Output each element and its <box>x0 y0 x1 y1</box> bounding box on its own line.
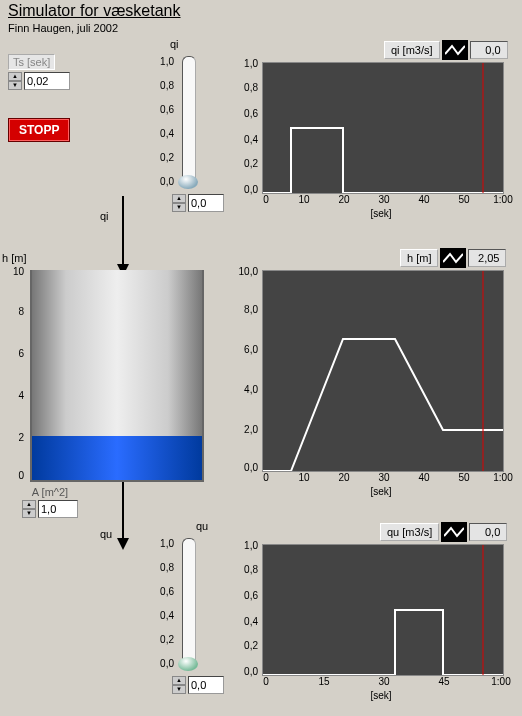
down-icon[interactable]: ▼ <box>22 509 36 518</box>
chart-qu <box>262 544 504 676</box>
chart-h-value: 2,05 <box>468 249 506 267</box>
xtick: 30 <box>374 194 394 205</box>
tick-label: 0,2 <box>150 152 174 176</box>
xtick: 20 <box>334 194 354 205</box>
ytick: 8,0 <box>228 304 258 315</box>
h-axis-label: h [m] <box>2 252 26 264</box>
qi-arrow-icon <box>115 196 131 276</box>
up-icon[interactable]: ▲ <box>172 194 186 203</box>
ts-input[interactable] <box>24 72 70 90</box>
chart-qu-label: qu [m3/s] <box>380 523 439 541</box>
a-label: A [m^2] <box>22 486 78 498</box>
ytick: 0,8 <box>232 82 258 93</box>
ts-control: Ts [sek] ▲ ▼ <box>8 54 82 90</box>
xtick: 30 <box>374 472 394 483</box>
xtick: 30 <box>374 676 394 687</box>
tick-label: 1,0 <box>150 538 174 562</box>
tank-liquid <box>32 436 202 480</box>
down-icon[interactable]: ▼ <box>8 81 22 90</box>
chart-qi-label: qi [m3/s] <box>384 41 440 59</box>
stop-button[interactable]: STOPP <box>8 118 70 142</box>
qu-slider[interactable] <box>182 538 196 670</box>
xtick: 20 <box>334 472 354 483</box>
ytick: 1,0 <box>232 540 258 551</box>
chart-qi <box>262 62 504 194</box>
xtick: 10 <box>294 472 314 483</box>
legend-line-icon <box>440 248 466 268</box>
tick-label: 0,0 <box>150 658 174 682</box>
tick-label: 0,0 <box>150 176 174 200</box>
xtick: 1:00 <box>488 194 518 205</box>
qu-slider-label: qu <box>196 520 208 532</box>
qu-input[interactable] <box>188 676 224 694</box>
xtick: 0 <box>256 472 276 483</box>
ytick: 0,2 <box>232 640 258 651</box>
page-subtitle: Finn Haugen, juli 2002 <box>8 22 118 34</box>
xtick: 50 <box>454 194 474 205</box>
qu-slider-knob[interactable] <box>178 657 198 671</box>
xtick: 0 <box>256 194 276 205</box>
ytick: 0,8 <box>232 564 258 575</box>
xtick: 45 <box>434 676 454 687</box>
tick-label: 0,4 <box>150 610 174 634</box>
tank-tick: 2 <box>18 432 24 443</box>
tank-tick: 4 <box>18 390 24 401</box>
xtick: 1:00 <box>486 676 516 687</box>
xlabel: [sek] <box>356 208 406 219</box>
page-title: Simulator for væsketank <box>8 2 181 20</box>
ytick: 0,4 <box>232 134 258 145</box>
tick-label: 1,0 <box>150 56 174 80</box>
legend-line-icon <box>442 40 468 60</box>
xtick: 40 <box>414 472 434 483</box>
qi-input[interactable] <box>188 194 224 212</box>
ytick: 2,0 <box>228 424 258 435</box>
tick-label: 0,6 <box>150 586 174 610</box>
qu-arrow-label: qu <box>100 528 112 540</box>
ytick: 0,2 <box>232 158 258 169</box>
tank-tick: 0 <box>18 470 24 481</box>
down-icon[interactable]: ▼ <box>172 203 186 212</box>
qu-spinner-buttons[interactable]: ▲ ▼ <box>172 676 186 694</box>
tank-tick: 10 <box>13 266 24 277</box>
xtick: 40 <box>414 194 434 205</box>
ytick: 0,0 <box>232 666 258 677</box>
tick-label: 0,8 <box>150 562 174 586</box>
ts-spinner-buttons[interactable]: ▲ ▼ <box>8 72 22 90</box>
xtick: 50 <box>454 472 474 483</box>
up-icon[interactable]: ▲ <box>8 72 22 81</box>
up-icon[interactable]: ▲ <box>172 676 186 685</box>
ytick: 0,6 <box>232 590 258 601</box>
ytick: 0,0 <box>228 462 258 473</box>
tank-tick: 6 <box>18 348 24 359</box>
xtick: 1:00 <box>488 472 518 483</box>
xtick: 15 <box>314 676 334 687</box>
ytick: 0,4 <box>232 616 258 627</box>
tick-label: 0,2 <box>150 634 174 658</box>
qi-spinner-buttons[interactable]: ▲ ▼ <box>172 194 186 212</box>
tick-label: 0,4 <box>150 128 174 152</box>
chart-qu-value: 0,0 <box>469 523 507 541</box>
ytick: 4,0 <box>228 384 258 395</box>
a-spinner-buttons[interactable]: ▲ ▼ <box>22 500 36 518</box>
ts-label: Ts [sek] <box>8 54 55 70</box>
ytick: 10,0 <box>228 266 258 277</box>
xtick: 10 <box>294 194 314 205</box>
qi-slider-knob[interactable] <box>178 175 198 189</box>
tank <box>30 270 204 482</box>
chart-h <box>262 270 504 472</box>
qi-slider-label: qi <box>170 38 179 50</box>
up-icon[interactable]: ▲ <box>22 500 36 509</box>
a-input[interactable] <box>38 500 78 518</box>
qi-arrow-label: qi <box>100 210 109 222</box>
tank-tick: 8 <box>18 306 24 317</box>
qu-arrow-icon <box>115 482 131 550</box>
qi-slider[interactable] <box>182 56 196 188</box>
tick-label: 0,8 <box>150 80 174 104</box>
ytick: 0,0 <box>232 184 258 195</box>
xtick: 0 <box>256 676 276 687</box>
ytick: 1,0 <box>232 58 258 69</box>
down-icon[interactable]: ▼ <box>172 685 186 694</box>
xlabel: [sek] <box>356 690 406 701</box>
legend-line-icon <box>441 522 467 542</box>
svg-marker-3 <box>117 538 129 550</box>
